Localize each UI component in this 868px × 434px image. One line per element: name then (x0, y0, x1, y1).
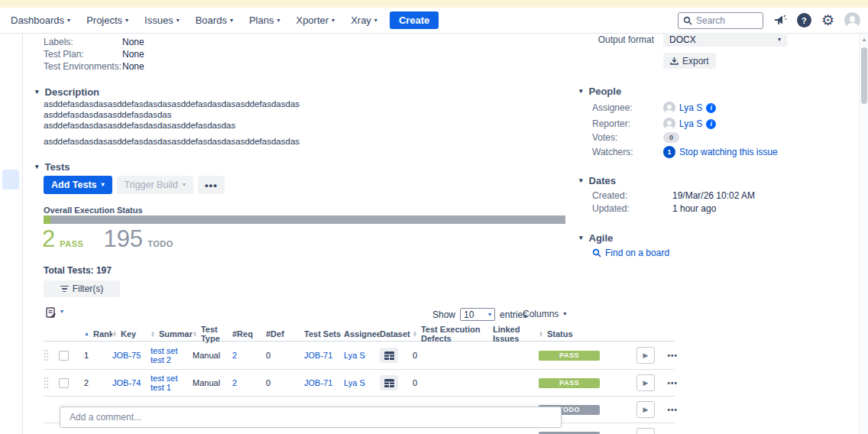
sort-icon: ▲▼ (539, 331, 543, 338)
votes-badge[interactable]: 0 (663, 132, 679, 143)
table-row: 1 JOB-75 test set test 2 Manual 2 0 JOB-… (44, 342, 675, 370)
export-button[interactable]: Export (663, 53, 716, 69)
comment-input[interactable] (70, 412, 552, 423)
assignee-link[interactable]: Lya S (344, 351, 365, 360)
chevron-down-icon: ▾ (183, 182, 186, 188)
description-section-header[interactable]: ▾ Description (35, 86, 99, 98)
row-more-button[interactable]: ••• (667, 406, 678, 414)
tests-title: Tests (45, 161, 70, 173)
create-button[interactable]: Create (390, 11, 439, 29)
pass-label: PASS (60, 239, 83, 248)
execute-test-button[interactable]: ▶ (636, 401, 655, 418)
status-bar-pass-segment[interactable] (44, 215, 50, 224)
megaphone-icon[interactable] (773, 15, 787, 27)
execute-test-button[interactable]: ▶ (636, 347, 655, 364)
assignee-link[interactable]: Lya S (679, 102, 702, 113)
test-set-link[interactable]: JOB-71 (304, 378, 332, 387)
info-icon[interactable]: i (706, 103, 716, 113)
bulk-actions-menu[interactable]: ▾ (46, 307, 63, 319)
sidebar-collapsed-highlight[interactable] (2, 170, 19, 189)
tests-section-header[interactable]: ▾ Tests (35, 161, 70, 173)
field-value: None (122, 61, 144, 72)
dataset-button[interactable] (380, 348, 398, 363)
row-more-button[interactable]: ••• (667, 351, 678, 360)
col-status[interactable]: ▲▼Status (539, 329, 607, 338)
test-summary-link[interactable]: test set test 2 (151, 346, 193, 364)
announcement-banner (0, 0, 868, 8)
col-test-type[interactable]: ▲▼Test Type (193, 325, 232, 343)
gear-icon[interactable]: ⚙ (821, 13, 834, 28)
col-assignee[interactable]: Assignee (344, 329, 380, 338)
description-title: Description (45, 86, 100, 98)
col-test-sets[interactable]: Test Sets (304, 329, 344, 338)
col-def[interactable]: #Def (266, 329, 304, 338)
nav-boards[interactable]: Boards▾ (196, 15, 233, 26)
nav-plans[interactable]: Plans▾ (249, 15, 280, 26)
nav-issues[interactable]: Issues▾ (144, 15, 180, 26)
row-more-button[interactable]: ••• (667, 379, 678, 387)
vertical-scrollbar[interactable]: ▲ (859, 34, 868, 434)
output-format-select[interactable]: DOCX ▾ (663, 33, 787, 47)
updated-label: Updated: (592, 203, 672, 214)
nav-projects[interactable]: Projects▾ (86, 15, 128, 26)
watchers-badge[interactable]: 1 (663, 146, 675, 158)
columns-dropdown[interactable]: Columns ▾ (523, 309, 566, 319)
page-size-value: 10 (464, 309, 474, 320)
updated-row: Updated: 1 hour ago (592, 203, 716, 214)
execute-test-button[interactable]: ▶ (636, 374, 655, 391)
drag-handle-icon[interactable] (44, 349, 49, 361)
col-linked-issues[interactable]: Linked Issues (493, 325, 539, 343)
dates-section-header[interactable]: ▾ Dates (579, 175, 616, 186)
test-type-cell: Manual (193, 378, 232, 387)
test-key-link[interactable]: JOB-74 (112, 378, 141, 387)
help-icon[interactable]: ? (797, 13, 811, 28)
scrollbar-thumb[interactable] (861, 47, 867, 104)
col-summary[interactable]: ▲▼Summary (151, 329, 193, 338)
find-on-board-link[interactable]: Find on a board (605, 248, 669, 258)
test-type-cell: Manual (193, 351, 232, 360)
test-set-link[interactable]: JOB-71 (304, 351, 332, 360)
req-count-link[interactable]: 2 (232, 351, 237, 360)
reporter-link[interactable]: Lya S (679, 118, 702, 129)
test-summary-link[interactable]: test set test 1 (151, 374, 193, 392)
dataset-button[interactable] (380, 375, 398, 390)
people-section-header[interactable]: ▾ People (579, 86, 621, 97)
chevron-down-icon: ▾ (67, 18, 70, 24)
col-test-execution-defects[interactable]: ▲▼Test Execution Defects (413, 325, 493, 343)
assignee-link[interactable]: Lya S (344, 378, 365, 387)
col-key[interactable]: ▲▼Key (112, 329, 151, 338)
reporter-label: Reporter: (592, 118, 663, 129)
collapse-chevron-icon: ▾ (35, 89, 39, 96)
filters-button[interactable]: Filter(s) (44, 280, 120, 297)
agile-section-header[interactable]: ▾ Agile (579, 232, 613, 244)
execution-status-bar[interactable] (44, 215, 565, 224)
scroll-up-icon[interactable]: ▲ (860, 34, 868, 44)
execute-test-button[interactable]: ▶ (636, 428, 655, 434)
tests-more-button[interactable]: ••• (198, 176, 225, 194)
info-icon[interactable]: i (706, 119, 716, 129)
row-checkbox[interactable] (59, 378, 69, 388)
stop-watching-link[interactable]: Stop watching this issue (679, 147, 778, 157)
nav-dashboards[interactable]: Dashboards▾ (11, 15, 70, 26)
req-count-link[interactable]: 2 (232, 378, 237, 387)
search-box[interactable] (678, 12, 763, 29)
add-tests-button[interactable]: Add Tests▾ (44, 176, 112, 194)
test-key-link[interactable]: JOB-75 (112, 351, 141, 360)
search-input[interactable] (696, 15, 753, 26)
field-test-environments: Test Environments: None (44, 60, 144, 73)
col-req[interactable]: #Req (232, 329, 266, 338)
pass-count: 2 (42, 226, 55, 252)
page-size-select[interactable]: 10 ▾ (460, 308, 495, 321)
drag-handle-icon[interactable] (44, 377, 49, 389)
col-rank[interactable]: ▲Rank (77, 329, 112, 338)
rank-cell: 2 (77, 378, 112, 387)
nav-xporter[interactable]: Xporter▾ (296, 15, 335, 26)
def-count-cell: 0 (266, 351, 304, 360)
col-dataset[interactable]: Dataset (380, 329, 413, 338)
comment-box[interactable] (60, 406, 562, 428)
user-avatar[interactable] (844, 12, 860, 28)
filters-label: Filter(s) (73, 283, 104, 294)
filter-icon (60, 286, 69, 293)
row-checkbox[interactable] (59, 351, 69, 361)
nav-xray[interactable]: Xray▾ (351, 15, 377, 26)
